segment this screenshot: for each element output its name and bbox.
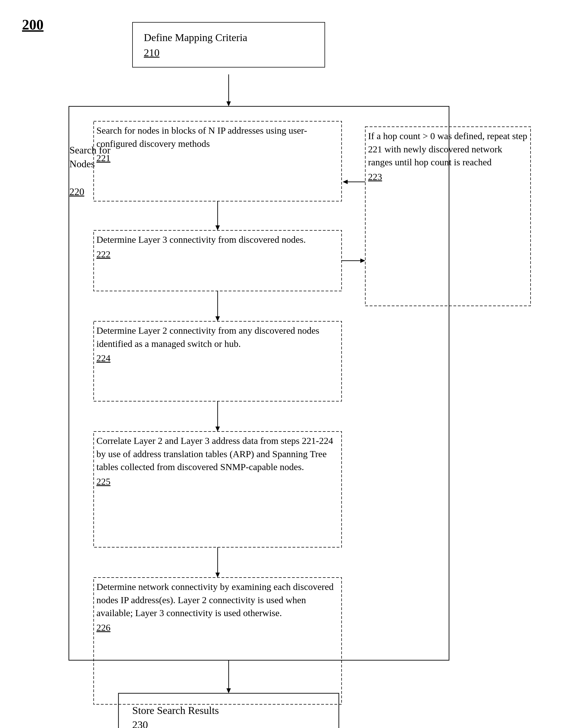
svg-marker-11 [343,180,348,184]
svg-marker-5 [215,225,220,230]
step-223-ref: 223 [368,172,528,182]
step-222-box: Determine Layer 3 connectivity from disc… [96,233,339,260]
svg-marker-19 [215,573,220,578]
svg-rect-2 [69,106,449,660]
svg-marker-1 [226,101,231,106]
step-225-box: Correlate Layer 2 and Layer 3 address da… [96,434,339,487]
step-225-ref: 225 [96,476,339,487]
svg-marker-8 [360,258,365,263]
step-225-text: Correlate Layer 2 and Layer 3 address da… [96,434,339,474]
step-222-text: Determine Layer 3 connectivity from disc… [96,233,339,246]
step-226-text: Determine network connectivity by examin… [96,580,339,620]
store-results-title: Store Search Results [132,704,325,716]
store-results-ref: 230 [132,719,325,728]
step-223-box: If a hop count > 0 was defined, repeat s… [368,130,528,182]
step-222-ref: 222 [96,249,339,260]
store-results-box: Store Search Results 230 [121,696,336,728]
step-221-box: Search for nodes in blocks of N IP addre… [96,124,339,163]
step-224-box: Determine Layer 2 connectivity from any … [96,324,339,363]
step-221-text: Search for nodes in blocks of N IP addre… [96,124,339,150]
step-223-text: If a hop count > 0 was defined, repeat s… [368,130,528,169]
step-224-ref: 224 [96,353,339,363]
step-226-ref: 226 [96,622,339,633]
step-221-ref: 221 [96,153,339,163]
step-226-box: Determine network connectivity by examin… [96,580,339,633]
svg-marker-22 [226,688,231,693]
step-224-text: Determine Layer 2 connectivity from any … [96,324,339,350]
svg-marker-13 [215,316,220,321]
svg-marker-16 [215,427,220,432]
